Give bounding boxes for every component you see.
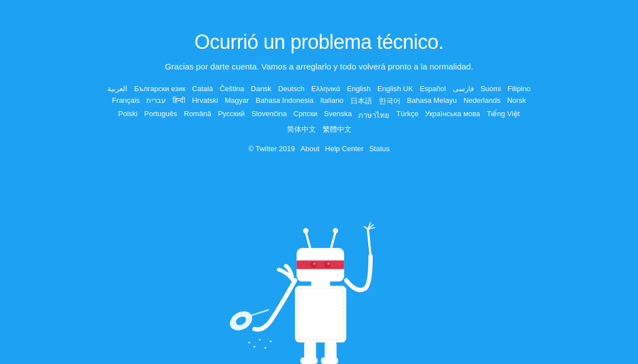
language-link[interactable]: Filipino [506, 83, 532, 94]
svg-rect-29 [320, 357, 338, 364]
copyright: © Twitter 2019 [249, 144, 295, 153]
svg-rect-27 [324, 341, 336, 360]
language-link[interactable]: Bahasa Indonesia [254, 95, 315, 107]
language-link[interactable]: Português [142, 108, 179, 122]
svg-rect-28 [300, 357, 318, 364]
language-link[interactable]: Български език [132, 83, 187, 94]
language-link[interactable]: 日本語 [349, 95, 374, 107]
language-link[interactable]: Hrvatski [190, 95, 220, 107]
language-link[interactable]: ภาษาไทย [357, 108, 391, 122]
svg-line-10 [364, 227, 368, 230]
language-link[interactable]: Svenska [323, 108, 354, 122]
language-link[interactable]: Français [110, 95, 141, 107]
status-link[interactable]: Status [369, 144, 390, 153]
svg-point-7 [269, 340, 271, 342]
main-title: Ocurrió un problema técnico. [194, 31, 443, 54]
svg-point-23 [303, 228, 308, 233]
language-link[interactable]: 한국어 [377, 95, 402, 107]
language-link[interactable]: العربية [106, 83, 129, 94]
svg-rect-26 [304, 341, 315, 360]
svg-point-18 [310, 262, 316, 268]
help-center-link[interactable]: Help Center [325, 144, 363, 153]
svg-point-3 [248, 341, 250, 343]
language-link[interactable]: Română [182, 108, 213, 122]
language-link[interactable]: Tiếng Việt [485, 108, 521, 122]
svg-line-8 [368, 229, 370, 256]
svg-line-22 [305, 232, 310, 248]
svg-point-25 [333, 228, 338, 233]
language-link[interactable]: हिन्दी [171, 95, 187, 107]
language-link[interactable]: فارسی [451, 83, 476, 94]
svg-line-2 [249, 306, 269, 320]
subtitle: Gracias por darte cuenta. Vamos a arregl… [165, 62, 473, 71]
language-link[interactable]: Nederlands [462, 95, 502, 107]
language-link[interactable]: Српски [292, 108, 319, 122]
language-links: العربيةБългарски езикCatalàČeštinaDanskD… [102, 83, 536, 136]
svg-point-5 [259, 338, 261, 341]
svg-point-19 [324, 262, 330, 268]
language-link[interactable]: English [345, 83, 373, 94]
language-link[interactable]: Русский [216, 108, 246, 122]
svg-point-20 [313, 263, 315, 265]
language-link[interactable]: Català [190, 83, 215, 94]
language-link[interactable]: Deutsch [276, 83, 306, 94]
top-section: Ocurrió un problema técnico. Gracias por… [0, 0, 638, 153]
svg-rect-13 [295, 286, 346, 342]
svg-point-4 [253, 346, 255, 348]
footer-links: © Twitter 2019 About Help Center Status [249, 144, 390, 153]
language-link[interactable]: Ελληνικά [310, 83, 342, 94]
language-link[interactable]: Türkçe [394, 108, 420, 122]
language-link[interactable]: Italiano [319, 95, 345, 107]
svg-point-21 [327, 263, 329, 265]
svg-line-24 [331, 232, 335, 248]
svg-rect-17 [296, 261, 344, 270]
language-link[interactable]: Magyar [223, 95, 250, 107]
language-link[interactable]: Bahasa Melayu [405, 95, 459, 107]
language-link[interactable]: English UK [375, 83, 414, 94]
language-link[interactable]: Slovenčina [250, 108, 289, 122]
language-link[interactable]: Suomi [479, 83, 503, 94]
svg-point-6 [264, 347, 266, 349]
language-link[interactable]: Українська мова [423, 108, 482, 122]
language-link[interactable]: 简体中文 [285, 123, 318, 136]
language-link[interactable]: עברית [145, 95, 167, 107]
language-link[interactable]: Polski [117, 108, 140, 122]
about-link[interactable]: About [300, 144, 319, 153]
language-link[interactable]: Norsk [506, 95, 528, 107]
language-link[interactable]: Čeština [218, 83, 246, 94]
robot-illustration [208, 181, 431, 364]
language-link[interactable]: Español [418, 83, 448, 94]
language-link[interactable]: 繁體中文 [321, 123, 353, 136]
language-link[interactable]: Dansk [249, 83, 273, 94]
